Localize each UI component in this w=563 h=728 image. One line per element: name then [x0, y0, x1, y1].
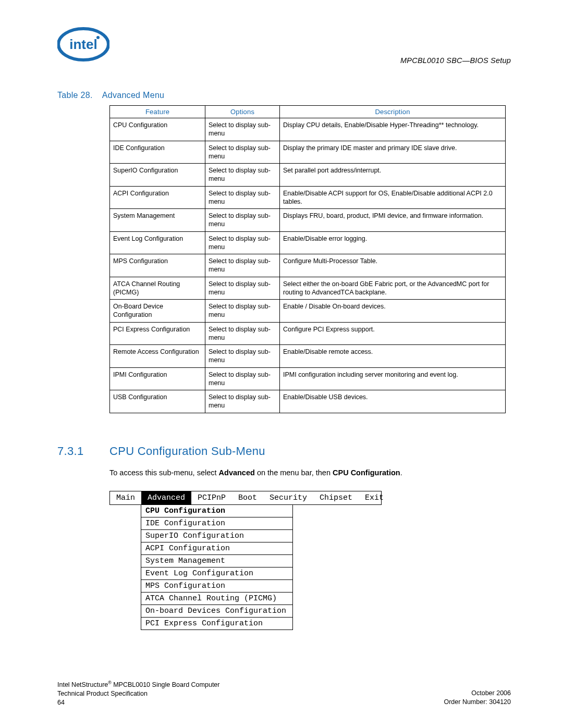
menu-tab-pcipnp[interactable]: PCIPnP: [191, 491, 232, 504]
menu-tab-security[interactable]: Security: [263, 491, 313, 504]
table-row: IDE ConfigurationSelect to display sub-m…: [110, 141, 506, 164]
footer-order: Order Number: 304120: [444, 698, 511, 706]
submenu-item[interactable]: IDE Configuration: [141, 517, 292, 529]
submenu-item[interactable]: ATCA Channel Routing (PICMG): [141, 592, 292, 604]
table-cell-feature: Remote Access Configuration: [110, 345, 205, 368]
table-cell-feature: PCI Express Configuration: [110, 322, 205, 345]
table-cell-options: Select to display sub-menu: [205, 345, 280, 368]
table-row: IPMI ConfigurationSelect to display sub-…: [110, 367, 506, 390]
table-cell-feature: ACPI Configuration: [110, 186, 205, 209]
table-cell-options: Select to display sub-menu: [205, 186, 280, 209]
table-cell-feature: IDE Configuration: [110, 141, 205, 164]
table-cell-options: Select to display sub-menu: [205, 367, 280, 390]
header-doc-title: MPCBL0010 SBC—BIOS Setup: [400, 56, 511, 65]
table-cell-desc: Display CPU details, Enable/Disable Hype…: [280, 118, 506, 141]
section-heading: 7.3.1CPU Configuration Sub-Menu: [57, 445, 511, 458]
table-cell-options: Select to display sub-menu: [205, 322, 280, 345]
table-cell-options: Select to display sub-menu: [205, 277, 280, 300]
table-cell-options: Select to display sub-menu: [205, 300, 280, 323]
table-cell-options: Select to display sub-menu: [205, 231, 280, 254]
submenu-item[interactable]: PCI Express Configuration: [141, 617, 292, 630]
table-row: MPS ConfigurationSelect to display sub-m…: [110, 254, 506, 277]
section-intro: To access this sub-menu, select Advanced…: [109, 467, 511, 478]
table-cell-desc: Configure Multi-Processor Table.: [280, 254, 506, 277]
table-cell-desc: Enable/Disable USB devices.: [280, 390, 506, 413]
table-row: Event Log ConfigurationSelect to display…: [110, 231, 506, 254]
table-cell-options: Select to display sub-menu: [205, 164, 280, 187]
th-options: Options: [205, 106, 280, 118]
submenu-item[interactable]: On-board Devices Configuration: [141, 604, 292, 617]
table-cell-feature: SuperIO Configuration: [110, 164, 205, 187]
page-footer: Intel NetStructure® MPCBL0010 Single Boa…: [57, 680, 511, 707]
table-row: ACPI ConfigurationSelect to display sub-…: [110, 186, 506, 209]
table-cell-desc: IPMI configuration including server moni…: [280, 367, 506, 390]
submenu-item[interactable]: ACPI Configuration: [141, 542, 292, 554]
table-cell-options: Select to display sub-menu: [205, 390, 280, 413]
table-cell-options: Select to display sub-menu: [205, 141, 280, 164]
intro-cpu: CPU Configuration: [333, 468, 400, 477]
svg-text:intel: intel: [69, 36, 97, 52]
section-number: 7.3.1: [57, 445, 109, 458]
submenu-item[interactable]: CPU Configuration: [141, 505, 292, 517]
table-cell-desc: Enable / Disable On-board devices.: [280, 300, 506, 323]
table-cell-desc: Display the primary IDE master and prima…: [280, 141, 506, 164]
menu-tab-advanced[interactable]: Advanced: [141, 491, 191, 504]
footer-page: 64: [57, 699, 65, 706]
submenu-item[interactable]: Event Log Configuration: [141, 567, 292, 579]
table-cell-desc: Set parallel port address/interrupt.: [280, 164, 506, 187]
table-caption-prefix: Table 28.: [57, 91, 93, 100]
table-row: ATCA Channel Routing (PICMG)Select to di…: [110, 277, 506, 300]
th-description: Description: [280, 106, 506, 118]
table-caption-title: Advanced Menu: [102, 91, 165, 100]
svg-point-2: [96, 36, 100, 39]
table-cell-feature: USB Configuration: [110, 390, 205, 413]
intel-logo: intel: [57, 26, 109, 65]
footer-date: October 2006: [471, 689, 511, 697]
intro-mid: on the menu bar, then: [255, 468, 333, 477]
table-cell-options: Select to display sub-menu: [205, 209, 280, 232]
menu-tab-chipset[interactable]: Chipset: [313, 491, 359, 504]
intro-advanced: Advanced: [219, 468, 255, 477]
table-cell-desc: Enable/Disable ACPI support for OS, Enab…: [280, 186, 506, 209]
table-caption: Table 28. Advanced Menu: [57, 91, 511, 100]
table-cell-feature: System Management: [110, 209, 205, 232]
bios-menu-diagram: MainAdvancedPCIPnPBootSecurityChipsetExi…: [109, 491, 511, 630]
intro-end: .: [400, 468, 402, 477]
submenu-item[interactable]: SuperIO Configuration: [141, 529, 292, 542]
table-cell-desc: Configure PCI Express support.: [280, 322, 506, 345]
table-cell-feature: On-Board Device Configuration: [110, 300, 205, 323]
intro-pre: To access this sub-menu, select: [109, 468, 219, 477]
submenu-item[interactable]: MPS Configuration: [141, 579, 292, 592]
table-cell-feature: Event Log Configuration: [110, 231, 205, 254]
table-row: CPU ConfigurationSelect to display sub-m…: [110, 118, 506, 141]
menu-tab-main[interactable]: Main: [110, 491, 141, 504]
table-row: On-Board Device ConfigurationSelect to d…: [110, 300, 506, 323]
table-cell-desc: Enable/Disable remote access.: [280, 345, 506, 368]
table-cell-desc: Displays FRU, board, product, IPMI devic…: [280, 209, 506, 232]
th-feature: Feature: [110, 106, 205, 118]
footer-line1: Intel NetStructure® MPCBL0010 Single Boa…: [57, 681, 219, 688]
table-row: System ManagementSelect to display sub-m…: [110, 209, 506, 232]
menu-tab-boot[interactable]: Boot: [232, 491, 263, 504]
menu-tab-exit[interactable]: Exit: [359, 491, 390, 504]
table-cell-desc: Select either the on-board GbE Fabric po…: [280, 277, 506, 300]
footer-line2: Technical Product Specification: [57, 690, 148, 697]
table-cell-desc: Enable/Disable error logging.: [280, 231, 506, 254]
table-row: USB ConfigurationSelect to display sub-m…: [110, 390, 506, 413]
submenu-item[interactable]: System Management: [141, 554, 292, 567]
table-cell-options: Select to display sub-menu: [205, 254, 280, 277]
table-cell-feature: MPS Configuration: [110, 254, 205, 277]
table-cell-options: Select to display sub-menu: [205, 118, 280, 141]
advanced-menu-table: Feature Options Description CPU Configur…: [109, 105, 506, 413]
table-row: PCI Express ConfigurationSelect to displ…: [110, 322, 506, 345]
section-title: CPU Configuration Sub-Menu: [109, 445, 265, 458]
table-cell-feature: ATCA Channel Routing (PICMG): [110, 277, 205, 300]
table-row: Remote Access ConfigurationSelect to dis…: [110, 345, 506, 368]
table-cell-feature: IPMI Configuration: [110, 367, 205, 390]
table-row: SuperIO ConfigurationSelect to display s…: [110, 164, 506, 187]
table-cell-feature: CPU Configuration: [110, 118, 205, 141]
